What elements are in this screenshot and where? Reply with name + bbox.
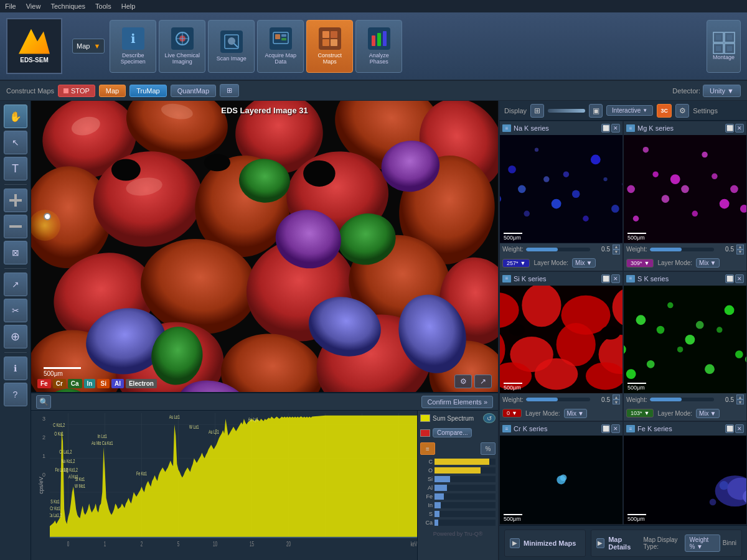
elem-electron[interactable]: Electron [126,379,157,388]
map-expand-na-k[interactable]: ⬜ [601,124,610,133]
image-title: EDS Layered Image 31 [221,106,308,115]
map-close-cr-k[interactable]: ✕ [611,424,620,433]
add-button[interactable]: ⊕ [4,325,27,348]
analyze-phases-button[interactable]: Analyze Phases [355,20,402,73]
bar-fill-c [435,459,489,465]
display-view-button[interactable]: ▣ [589,104,603,118]
weight-slider-mg-k[interactable] [650,248,714,251]
arrow-tool-button[interactable]: ↖ [4,131,27,154]
weight-down-s-k[interactable]: ▼ [736,399,744,404]
mode-select-si-k[interactable]: Mix ▼ [564,409,587,418]
weight-down-si-k[interactable]: ▼ [613,399,620,404]
color-btn-si-k[interactable]: 0 ▼ [502,409,522,418]
map-controls-s-k: ⬜ ✕ [725,274,744,283]
weight-up-s-k[interactable]: ▲ [736,394,744,399]
table-button[interactable]: ≡ [420,442,435,455]
elem-al[interactable]: Al [111,379,124,388]
detector-select[interactable]: Unity ▼ [703,85,741,97]
layer-icon-fe-k: ≡ [626,425,635,432]
display-grid-button[interactable]: ⊞ [530,104,544,118]
map-expand-mg-k[interactable]: ⬜ [725,124,734,133]
percent-button[interactable]: % [481,442,496,455]
spectrum-search-button[interactable]: 🔍 [36,395,51,409]
map-button[interactable]: Map [99,85,126,97]
weight-slider-si-k[interactable] [526,398,590,401]
elem-cr[interactable]: Cr [53,379,66,388]
info-button[interactable]: ℹ [4,357,27,380]
map-title-cr-k: ≡ Cr K series [502,425,547,432]
live-chemical-imaging-button[interactable]: Live Chemical Imaging [159,20,205,73]
weight-row-si-k: Weight: 0.5 ▲ ▼ [500,393,622,406]
weight-slider-s-k[interactable] [650,398,714,401]
quantmap-button[interactable]: QuantMap [171,85,216,97]
compare-button[interactable]: Compare... [433,428,472,437]
map-close-na-k[interactable]: ✕ [611,124,620,133]
3c-button[interactable]: 3C [657,104,672,118]
map-type-select[interactable]: Weight % ▼ [685,534,720,552]
layers-button[interactable]: ⊞ [220,84,239,97]
bar-row-o: O [420,466,496,475]
trumap-button[interactable]: TruMap [129,85,167,97]
elem-si[interactable]: Si [97,379,109,388]
construct-maps-button[interactable]: Construct Maps [306,20,353,73]
menu-view[interactable]: View [26,2,41,10]
weight-down-mg-k[interactable]: ▼ [736,250,744,254]
svg-point-137 [662,195,670,203]
map-expand-si-k[interactable]: ⬜ [601,274,610,283]
stop-button[interactable]: STOP [58,85,95,97]
crop-button[interactable]: ✂ [4,299,27,322]
map-expand-s-k[interactable]: ⬜ [725,274,734,283]
map-details-expand[interactable]: ▶ [596,538,605,548]
pan-tool-button[interactable]: ✋ [4,105,27,128]
toolbar-divider-1 [4,184,27,185]
color-btn-mg-k[interactable]: 309* ▼ [626,259,654,268]
mode-select-mg-k[interactable]: Mix ▼ [696,258,719,268]
menu-help[interactable]: Help [121,2,136,10]
map-header-s-k: ≡ S K series ⬜ ✕ [624,272,746,286]
mode-select-s-k[interactable]: Mix ▼ [696,409,719,418]
menu-file[interactable]: File [5,2,16,10]
fit-button[interactable]: ⊠ [4,241,27,264]
help-button[interactable]: ? [4,383,27,406]
mode-select-na-k[interactable]: Mix ▼ [572,258,595,268]
weight-up-na-k[interactable]: ▲ [613,245,620,250]
menu-techniques[interactable]: Techniques [50,2,85,10]
display-slider[interactable] [548,109,585,113]
svg-rect-24 [716,46,721,51]
color-btn-na-k[interactable]: 257* ▼ [502,259,530,268]
map-close-fe-k[interactable]: ✕ [735,424,744,433]
weight-slider-na-k[interactable] [526,248,590,251]
weight-up-mg-k[interactable]: ▲ [736,245,744,250]
measure-button[interactable]: ↗ [4,273,27,296]
map-close-s-k[interactable]: ✕ [735,274,744,283]
interactive-dropdown[interactable]: Interactive ▼ [606,105,653,116]
text-tool-button[interactable]: T [4,157,27,180]
eds-image[interactable] [31,101,498,392]
describe-specimen-button[interactable]: ℹ Describe Specimen [110,20,156,73]
spectrum-refresh-button[interactable]: ↺ [483,413,496,423]
map-expand-cr-k[interactable]: ⬜ [601,424,610,433]
scan-image-button[interactable]: Scan Image [208,20,255,73]
elem-ca[interactable]: Ca [68,379,82,388]
confirm-elements-button[interactable]: Confirm Elements » [421,396,493,408]
y-tick-2: 2 [42,434,45,441]
elem-fe[interactable]: Fe [37,379,51,388]
map-expand-fe-k[interactable]: ⬜ [725,424,734,433]
map-close-si-k[interactable]: ✕ [611,274,620,283]
minimized-maps-expand[interactable]: ▶ [510,538,520,548]
map-input[interactable]: Map ▼ [72,39,105,54]
acquire-map-data-button[interactable]: Acquire Map Data [257,20,304,73]
weight-up-si-k[interactable]: ▲ [613,394,620,399]
montage-button[interactable]: Montage [707,20,741,73]
map-close-mg-k[interactable]: ✕ [735,124,744,133]
weight-down-na-k[interactable]: ▼ [613,250,620,254]
color-btn-s-k[interactable]: 103* ▼ [626,409,654,418]
zoom-in-button[interactable] [4,189,27,212]
menu-tools[interactable]: Tools [95,2,111,10]
zoom-out-button[interactable] [4,215,27,238]
image-settings-button[interactable]: ⚙ [454,375,472,388]
display-settings-button[interactable]: ⚙ [675,104,689,118]
elem-in[interactable]: In [84,379,96,388]
image-export-button[interactable]: ↗ [474,375,492,388]
svg-point-136 [633,215,639,221]
